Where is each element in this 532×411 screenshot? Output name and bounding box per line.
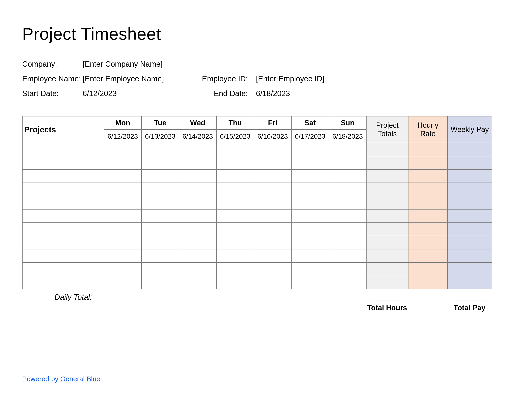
hours-cell[interactable] [104,183,142,196]
hourly-rate-cell[interactable] [408,209,447,223]
hours-cell[interactable] [142,249,179,262]
hourly-rate-cell[interactable] [408,196,447,209]
hours-cell[interactable] [216,236,254,249]
hours-cell[interactable] [216,183,254,196]
hours-cell[interactable] [104,276,142,289]
hourly-rate-cell[interactable] [408,236,447,249]
hours-cell[interactable] [142,196,179,209]
hourly-rate-cell[interactable] [408,262,447,276]
hours-cell[interactable] [179,276,216,289]
hours-cell[interactable] [254,236,291,249]
project-name-cell[interactable] [22,143,104,156]
hours-cell[interactable] [216,156,254,169]
employee-id-value[interactable]: [Enter Employee ID] [256,75,369,83]
hours-cell[interactable] [329,183,366,196]
hours-cell[interactable] [291,169,329,183]
hours-cell[interactable] [104,223,142,236]
project-name-cell[interactable] [22,276,104,289]
hours-cell[interactable] [254,262,291,276]
start-date-value[interactable]: 6/12/2023 [83,89,195,98]
hours-cell[interactable] [104,236,142,249]
hours-cell[interactable] [291,156,329,169]
project-name-cell[interactable] [22,169,104,183]
hours-cell[interactable] [329,156,366,169]
credit-link[interactable]: Powered by General Blue [22,375,100,383]
hours-cell[interactable] [216,169,254,183]
hours-cell[interactable] [291,262,329,276]
hourly-rate-cell[interactable] [408,183,447,196]
hours-cell[interactable] [254,209,291,223]
hours-cell[interactable] [291,209,329,223]
project-name-cell[interactable] [22,262,104,276]
project-name-cell[interactable] [22,223,104,236]
hours-cell[interactable] [216,143,254,156]
hours-cell[interactable] [329,236,366,249]
project-name-cell[interactable] [22,156,104,169]
employee-name-value[interactable]: [Enter Employee Name] [83,75,195,83]
hours-cell[interactable] [104,143,142,156]
hours-cell[interactable] [254,143,291,156]
hours-cell[interactable] [216,262,254,276]
hours-cell[interactable] [142,183,179,196]
hourly-rate-cell[interactable] [408,156,447,169]
hours-cell[interactable] [104,262,142,276]
hours-cell[interactable] [254,276,291,289]
hours-cell[interactable] [329,262,366,276]
hours-cell[interactable] [329,143,366,156]
project-name-cell[interactable] [22,196,104,209]
hours-cell[interactable] [329,276,366,289]
hours-cell[interactable] [142,223,179,236]
hours-cell[interactable] [179,196,216,209]
hours-cell[interactable] [179,249,216,262]
hours-cell[interactable] [254,169,291,183]
hours-cell[interactable] [291,276,329,289]
hours-cell[interactable] [291,223,329,236]
hours-cell[interactable] [291,236,329,249]
hours-cell[interactable] [254,223,291,236]
hours-cell[interactable] [216,276,254,289]
hours-cell[interactable] [179,236,216,249]
hours-cell[interactable] [179,143,216,156]
project-name-cell[interactable] [22,209,104,223]
hours-cell[interactable] [179,183,216,196]
hours-cell[interactable] [329,209,366,223]
hourly-rate-cell[interactable] [408,276,447,289]
hourly-rate-cell[interactable] [408,169,447,183]
hours-cell[interactable] [179,262,216,276]
hours-cell[interactable] [179,209,216,223]
hours-cell[interactable] [291,196,329,209]
hours-cell[interactable] [329,169,366,183]
hours-cell[interactable] [216,249,254,262]
hours-cell[interactable] [329,223,366,236]
hourly-rate-cell[interactable] [408,249,447,262]
hours-cell[interactable] [329,249,366,262]
hourly-rate-cell[interactable] [408,223,447,236]
hours-cell[interactable] [142,276,179,289]
hours-cell[interactable] [254,249,291,262]
hours-cell[interactable] [142,143,179,156]
hours-cell[interactable] [179,156,216,169]
hours-cell[interactable] [216,196,254,209]
hours-cell[interactable] [104,209,142,223]
hours-cell[interactable] [104,169,142,183]
hours-cell[interactable] [329,196,366,209]
hours-cell[interactable] [142,236,179,249]
hours-cell[interactable] [142,209,179,223]
hours-cell[interactable] [254,183,291,196]
hours-cell[interactable] [179,223,216,236]
hours-cell[interactable] [254,156,291,169]
hourly-rate-cell[interactable] [408,143,447,156]
hours-cell[interactable] [291,183,329,196]
hours-cell[interactable] [179,169,216,183]
hours-cell[interactable] [142,169,179,183]
hours-cell[interactable] [104,156,142,169]
company-value[interactable]: [Enter Company Name] [83,60,195,68]
hours-cell[interactable] [104,249,142,262]
hours-cell[interactable] [216,223,254,236]
hours-cell[interactable] [254,196,291,209]
project-name-cell[interactable] [22,236,104,249]
project-name-cell[interactable] [22,183,104,196]
end-date-value[interactable]: 6/18/2023 [256,89,369,98]
hours-cell[interactable] [291,249,329,262]
hours-cell[interactable] [142,262,179,276]
